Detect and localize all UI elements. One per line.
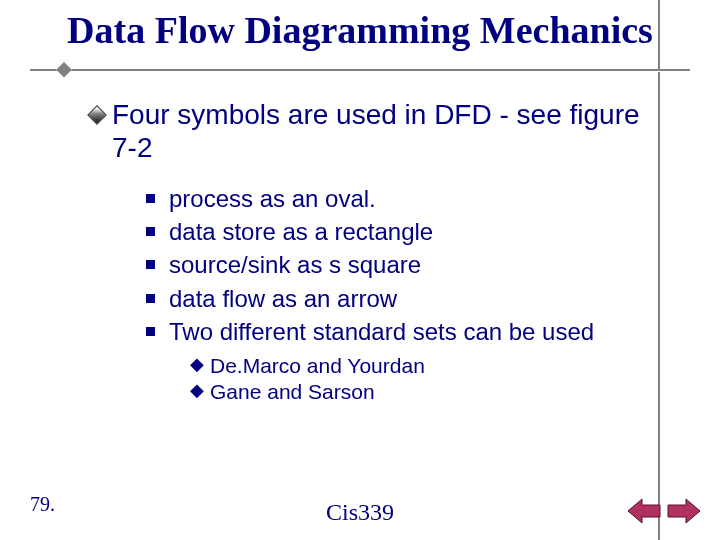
square-bullet-icon [146, 294, 155, 303]
square-bullet-icon [146, 194, 155, 203]
footer-label: Cis339 [326, 499, 394, 526]
level2-text: data store as a rectangle [169, 216, 433, 247]
level2-text: data flow as an arrow [169, 283, 397, 314]
list-item: ◆ Gane and Sarson [190, 379, 660, 405]
list-item: data flow as an arrow [146, 283, 660, 314]
divider-ornament-icon [56, 60, 73, 77]
level3-text: Gane and Sarson [210, 379, 375, 405]
list-item: process as an oval. [146, 183, 660, 214]
prev-button[interactable] [626, 496, 662, 526]
content-area: Four symbols are used in DFD - see figur… [0, 98, 720, 406]
square-bullet-icon [146, 260, 155, 269]
arrow-bullet-icon: ◆ [190, 379, 204, 402]
page-number: 79. [30, 493, 55, 516]
nav-controls [626, 496, 702, 526]
level1-text: Four symbols are used in DFD - see figur… [112, 98, 660, 165]
diamond-bullet-icon [90, 108, 104, 122]
level3-list: ◆ De.Marco and Yourdan ◆ Gane and Sarson [190, 353, 660, 406]
divider-line [30, 69, 690, 71]
arrow-bullet-icon: ◆ [190, 353, 204, 376]
list-item: Two different standard sets can be used [146, 316, 660, 347]
vertical-divider [658, 0, 660, 540]
svg-marker-2 [668, 499, 700, 523]
level2-text: process as an oval. [169, 183, 376, 214]
slide: Data Flow Diagramming Mechanics Four sym… [0, 0, 720, 540]
list-item: data store as a rectangle [146, 216, 660, 247]
title-divider [30, 60, 690, 78]
level2-text: Two different standard sets can be used [169, 316, 594, 347]
svg-marker-0 [628, 499, 660, 523]
level2-text: source/sink as s square [169, 249, 421, 280]
slide-title: Data Flow Diagramming Mechanics [0, 0, 720, 60]
bullet-level1: Four symbols are used in DFD - see figur… [90, 98, 660, 165]
arrow-left-icon [626, 496, 662, 526]
level2-list: process as an oval. data store as a rect… [146, 183, 660, 347]
level3-text: De.Marco and Yourdan [210, 353, 425, 379]
list-item: source/sink as s square [146, 249, 660, 280]
square-bullet-icon [146, 227, 155, 236]
square-bullet-icon [146, 327, 155, 336]
arrow-right-icon [666, 496, 702, 526]
next-button[interactable] [666, 496, 702, 526]
list-item: ◆ De.Marco and Yourdan [190, 353, 660, 379]
